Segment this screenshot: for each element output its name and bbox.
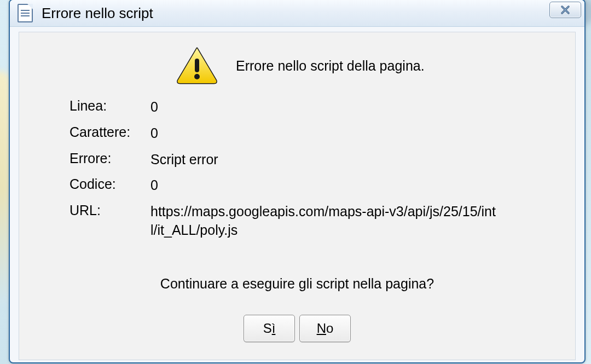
window-title: Errore nello script: [42, 5, 549, 22]
close-icon: [560, 5, 570, 15]
continue-prompt: Continuare a eseguire gli script nella p…: [19, 276, 575, 292]
value-error: Script error: [150, 151, 218, 169]
row-error: Errore: Script error: [69, 151, 575, 169]
value-char: 0: [150, 124, 158, 143]
row-url: URL: https://maps.googleapis.com/maps-ap…: [69, 203, 575, 240]
close-button[interactable]: [549, 2, 581, 18]
yes-button-prefix: S: [263, 321, 272, 336]
value-line: 0: [150, 98, 158, 117]
svg-point-1: [194, 74, 200, 79]
yes-button[interactable]: Sì: [244, 315, 295, 342]
label-char: Carattere:: [69, 124, 150, 143]
no-button-mnemonic: N: [317, 321, 326, 336]
script-error-dialog: Errore nello script Err: [9, 0, 586, 363]
svg-rect-0: [195, 59, 199, 72]
error-details: Linea: 0 Carattere: 0 Errore: Script err…: [69, 98, 575, 240]
yes-button-mnemonic: ì: [272, 321, 276, 336]
warning-icon: [176, 47, 218, 85]
no-button[interactable]: No: [299, 315, 351, 342]
document-icon: [18, 4, 33, 22]
label-line: Linea:: [69, 98, 150, 117]
label-code: Codice:: [69, 176, 150, 195]
label-error: Errore:: [69, 151, 150, 169]
dialog-heading: Errore nello script della pagina.: [236, 58, 425, 74]
titlebar[interactable]: Errore nello script: [10, 0, 584, 27]
value-url: https://maps.googleapis.com/maps-api-v3/…: [150, 203, 501, 240]
dialog-header: Errore nello script della pagina.: [176, 47, 575, 85]
value-code: 0: [150, 176, 158, 195]
row-code: Codice: 0: [69, 176, 575, 195]
dialog-client-area: Errore nello script della pagina. Linea:…: [19, 32, 576, 360]
row-char: Carattere: 0: [69, 124, 575, 143]
no-button-suffix: o: [326, 321, 333, 336]
button-row: Sì No: [19, 315, 575, 342]
row-line: Linea: 0: [69, 98, 575, 117]
label-url: URL:: [69, 203, 150, 240]
